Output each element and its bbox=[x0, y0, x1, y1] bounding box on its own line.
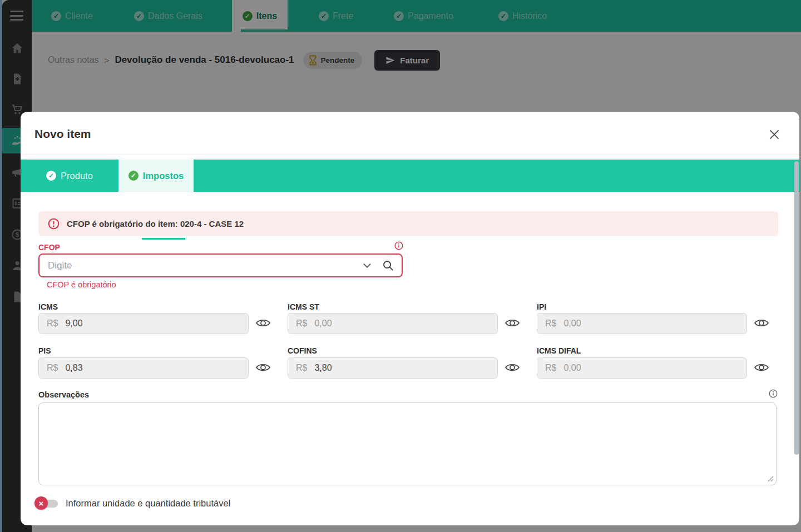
eye-icon[interactable] bbox=[754, 361, 769, 374]
pis-value: 0,83 bbox=[65, 363, 82, 373]
info-icon[interactable] bbox=[769, 389, 778, 398]
check-circle-icon: ✓ bbox=[46, 171, 56, 181]
eye-icon[interactable] bbox=[505, 317, 520, 329]
eye-icon[interactable] bbox=[256, 361, 270, 374]
cfop-error-message: CFOP é obrigatório bbox=[47, 280, 116, 289]
validation-alert-banner: CFOP é obrigatório do item: 020-4 - CASE… bbox=[38, 211, 778, 236]
modal-tab-impostos-active[interactable]: ✓ Impostos bbox=[118, 160, 194, 192]
icms-difal-value: 0,00 bbox=[563, 363, 581, 373]
icms-st-field: R$ 0,00 bbox=[288, 313, 498, 334]
close-icon[interactable] bbox=[767, 127, 782, 142]
observacoes-label: Observações bbox=[38, 390, 89, 399]
currency-prefix: R$ bbox=[47, 363, 58, 373]
cofins-value: 3,80 bbox=[314, 363, 332, 373]
observacoes-textarea[interactable] bbox=[38, 402, 777, 485]
icms-st-label: ICMS ST bbox=[288, 302, 319, 311]
modal-title: Novo item bbox=[34, 127, 91, 141]
cofins-label: COFINS bbox=[288, 346, 317, 355]
pis-field: R$ 0,83 bbox=[38, 357, 249, 379]
toggle-row: × Informar unidade e quantidade tributáv… bbox=[34, 495, 230, 511]
icms-field: R$ 9,00 bbox=[38, 313, 249, 334]
icms-difal-label: ICMS DIFAL bbox=[537, 346, 581, 355]
search-icon[interactable] bbox=[382, 260, 394, 271]
icms-label: ICMS bbox=[38, 302, 58, 311]
currency-prefix: R$ bbox=[545, 319, 556, 329]
cofins-field: R$ 3,80 bbox=[288, 357, 498, 379]
alert-circle-icon bbox=[48, 218, 60, 230]
toggle-label: Informar unidade e quantidade tributável bbox=[66, 498, 230, 509]
icms-difal-field: R$ 0,00 bbox=[537, 357, 747, 379]
ipi-label: IPI bbox=[537, 302, 546, 311]
cfop-input[interactable] bbox=[39, 260, 361, 271]
eye-icon[interactable] bbox=[505, 361, 520, 374]
currency-prefix: R$ bbox=[296, 319, 307, 329]
ipi-value: 0,00 bbox=[563, 319, 581, 329]
currency-prefix: R$ bbox=[296, 363, 307, 373]
cfop-field bbox=[38, 253, 403, 277]
currency-prefix: R$ bbox=[545, 363, 556, 373]
validation-alert-text: CFOP é obrigatório do item: 020-4 - CASE… bbox=[67, 219, 244, 228]
modal-scrollbar-thumb[interactable] bbox=[794, 161, 799, 455]
pis-label: PIS bbox=[38, 346, 51, 355]
icms-value: 9,00 bbox=[65, 319, 82, 329]
modal-active-tab-underline bbox=[142, 238, 185, 240]
toggle-off-x-icon: × bbox=[34, 496, 48, 510]
icms-st-value: 0,00 bbox=[314, 319, 332, 329]
chevron-down-icon[interactable] bbox=[361, 260, 373, 272]
modal-tab-produto[interactable]: ✓ Produto bbox=[21, 160, 118, 192]
ipi-field: R$ 0,00 bbox=[537, 313, 747, 334]
currency-prefix: R$ bbox=[47, 319, 58, 329]
modal-tabbar: ✓ Produto ✓ Impostos bbox=[21, 160, 799, 192]
unidade-tributavel-toggle[interactable]: × bbox=[34, 496, 58, 510]
modal-tab-label: Produto bbox=[61, 171, 93, 181]
check-circle-icon: ✓ bbox=[128, 171, 139, 181]
header-divider bbox=[21, 154, 799, 155]
info-icon[interactable] bbox=[394, 241, 403, 250]
eye-icon[interactable] bbox=[754, 317, 769, 329]
eye-icon[interactable] bbox=[256, 317, 270, 329]
new-item-modal: Novo item ✓ Produto ✓ Impostos CFOP é ob… bbox=[21, 112, 799, 525]
cfop-label: CFOP bbox=[38, 243, 60, 252]
modal-tab-label: Impostos bbox=[143, 171, 184, 181]
